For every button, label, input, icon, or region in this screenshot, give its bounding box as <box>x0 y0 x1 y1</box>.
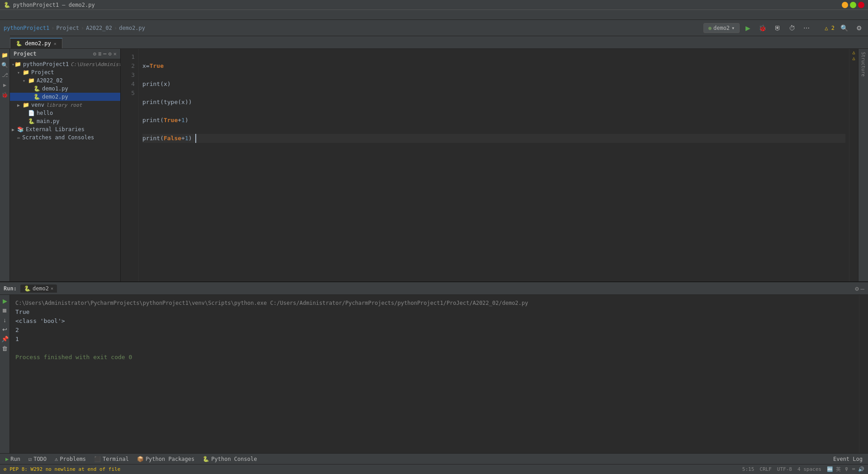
breadcrumb-part2[interactable]: Project <box>56 25 79 31</box>
code-line-2: print(x) <box>142 80 845 89</box>
line-endings[interactable]: CRLF <box>760 466 772 472</box>
code-content[interactable]: x=True print(x) print(type(x)) print(Tru… <box>139 49 849 281</box>
vcs-icon-btn[interactable]: ⎇ <box>0 71 9 80</box>
tab-python-packages[interactable]: 📦 Python Packages <box>133 455 198 463</box>
run-side-icon-btn[interactable]: ▶ <box>0 81 9 90</box>
trash-btn[interactable]: 🗑 <box>0 344 9 353</box>
run-tab-demo2[interactable]: 🐍 demo2 ✕ <box>20 284 57 293</box>
tab-run[interactable]: ▶ Run <box>2 455 24 463</box>
project-close-icon[interactable]: ✕ <box>113 51 117 57</box>
tree-item-project[interactable]: ▾ 📁 Project <box>10 68 120 76</box>
status-right: 5:15 CRLF UTF-8 4 spaces 🔤 英 🎙 ⌨ 🔊 <box>742 466 864 473</box>
tab-todo[interactable]: ☑ TODO <box>25 455 50 463</box>
status-left: ⊘ PEP 8: W292 no newline at end of file <box>4 466 120 472</box>
run-tab-close[interactable]: ✕ <box>51 286 53 291</box>
run-tab-icon: 🐍 <box>24 285 31 292</box>
tab-event-log[interactable]: Event Log <box>830 455 866 463</box>
tree-item-hello[interactable]: 📄 hello <box>10 109 120 117</box>
python-console-tab-icon: 🐍 <box>203 456 209 462</box>
run-panel-toolbar: ▶ ⏹ ↓ ↩ 📌 🗑 <box>0 295 10 453</box>
scroll-to-end-btn[interactable]: ↓ <box>1 316 8 324</box>
run-settings-icon[interactable]: ⚙ <box>855 285 859 292</box>
tree-item-demo1[interactable]: 🐍 demo1.py <box>10 85 120 93</box>
breadcrumb-part4[interactable]: demo2.py <box>119 25 145 31</box>
structure-icon-btn[interactable]: Structure <box>859 51 868 78</box>
run-tab-name: demo2 <box>33 285 49 292</box>
tree-item-scratches[interactable]: ✏ Scratches and Consoles <box>10 133 120 142</box>
run-panel-header: Run: 🐍 demo2 ✕ ⚙ — <box>0 282 868 295</box>
charset[interactable]: UTF-8 <box>777 466 792 472</box>
bottom-tabs: ▶ Run ☑ TODO ⚠ Problems ⬛ Terminal 📦 Pyt… <box>0 453 868 464</box>
run-minimize-icon[interactable]: — <box>861 285 864 292</box>
tree-item-demo2[interactable]: 🐍 demo2.py <box>10 93 120 101</box>
py-icon-demo1: 🐍 <box>33 85 40 92</box>
more-actions-button[interactable]: ⋯ <box>801 23 812 33</box>
tree-label-main: main.py <box>37 118 60 124</box>
code-editor[interactable]: 1 2 3 4 5 x=True print(x) print(type(x))… <box>121 49 858 281</box>
run-config-selector[interactable]: ● demo2 ▾ <box>703 23 740 33</box>
close-button[interactable] <box>858 2 864 8</box>
tree-item-main[interactable]: 🐍 main.py <box>10 117 120 125</box>
minimize-button[interactable] <box>842 2 848 8</box>
folder-icon-a2022: 📁 <box>28 77 35 84</box>
cursor-position[interactable]: 5:15 <box>742 466 755 472</box>
search-icon-btn[interactable]: 🔍 <box>0 61 9 70</box>
stop-button[interactable]: ⏹ <box>0 306 9 315</box>
tab-close-button[interactable]: ✕ <box>54 41 57 46</box>
tree-hint-root: C:\Users\Administrator\Py <box>71 62 120 67</box>
tree-arrow-project: ▾ <box>17 70 23 75</box>
tab-terminal[interactable]: ⬛ Terminal <box>90 455 132 463</box>
pin-btn[interactable]: 📌 <box>0 335 10 343</box>
tree-label-venv: venv <box>31 102 44 108</box>
folder-icon-btn[interactable]: 📁 <box>0 51 9 60</box>
run-label: Run: <box>4 285 17 292</box>
title-bar: 🐍 pythonProject1 – demo2.py <box>0 0 868 10</box>
output-spacer <box>15 344 854 353</box>
soft-wrap-btn[interactable]: ↩ <box>0 325 9 334</box>
search-button[interactable]: 🔍 <box>838 23 850 33</box>
tree-label-hello: hello <box>37 110 53 116</box>
project-collapse-icon[interactable]: — <box>103 51 106 57</box>
profile-button[interactable]: ⏱ <box>787 23 797 33</box>
status-warning[interactable]: ⊘ PEP 8: W292 no newline at end of file <box>4 466 120 472</box>
tree-label-demo2: demo2.py <box>42 94 68 100</box>
project-settings-icon[interactable]: ⚙ <box>93 51 96 57</box>
tree-label-a2022: A2022_02 <box>37 77 63 84</box>
project-gear-icon[interactable]: ⚙ <box>108 51 112 57</box>
settings-button[interactable]: ⚙ <box>854 23 864 33</box>
debug-side-icon-btn[interactable]: 🐞 <box>0 90 9 100</box>
run-panel-scrollbar[interactable] <box>859 295 868 453</box>
project-expand-icon[interactable]: ≡ <box>98 51 101 57</box>
output-line-2: <class 'bool'> <box>15 317 854 326</box>
coverage-button[interactable]: ⛨ <box>772 23 783 33</box>
folder-open-icon: 📁 <box>14 61 21 67</box>
app-icon: 🐍 <box>4 2 10 8</box>
tree-arrow-a2022: ▾ <box>23 78 28 83</box>
tree-item-venv[interactable]: ▶ 📁 venv library root <box>10 101 120 109</box>
tree-item-root[interactable]: ▾ 📁 pythonProject1 C:\Users\Administrato… <box>10 60 120 68</box>
folder-icon-venv: 📁 <box>23 102 29 108</box>
toolbar: pythonProject1 › Project › A2022_02 › de… <box>0 20 868 36</box>
problems-tab-icon: ⚠ <box>55 456 58 462</box>
run-button[interactable]: ▶ <box>743 23 753 33</box>
status-bar: ⊘ PEP 8: W292 no newline at end of file … <box>0 464 868 474</box>
breadcrumb-part1[interactable]: pythonProject1 <box>4 25 49 31</box>
maximize-button[interactable] <box>850 2 856 8</box>
editor-tab-demo2[interactable]: 🐍 demo2.py ✕ <box>10 38 62 48</box>
breadcrumb-part3[interactable]: A2022_02 <box>86 25 112 31</box>
project-panel: Project ⚙ ≡ — ⚙ ✕ ▾ 📁 pythonProject1 C: <box>10 49 121 281</box>
debug-button[interactable]: 🐞 <box>756 23 769 33</box>
tab-python-console[interactable]: 🐍 Python Console <box>199 455 260 463</box>
indent[interactable]: 4 spaces <box>797 466 821 472</box>
tree-item-ext-libs[interactable]: ▶ 📚 External Libraries <box>10 125 120 133</box>
run-output[interactable]: C:\Users\Administrator\PycharmProjects\p… <box>10 295 859 453</box>
run-icon: ● <box>708 25 712 31</box>
warning-count[interactable]: △ 2 <box>825 25 835 31</box>
output-line-4: 1 <box>15 335 854 344</box>
rerun-button[interactable]: ▶ <box>1 297 9 305</box>
left-side-icons: 📁 🔍 ⎇ ▶ 🐞 <box>0 49 10 281</box>
tab-problems-label: Problems <box>60 456 86 462</box>
tree-item-a2022[interactable]: ▾ 📁 A2022_02 <box>10 76 120 85</box>
menu-bar <box>0 10 868 20</box>
tab-problems[interactable]: ⚠ Problems <box>51 455 90 463</box>
